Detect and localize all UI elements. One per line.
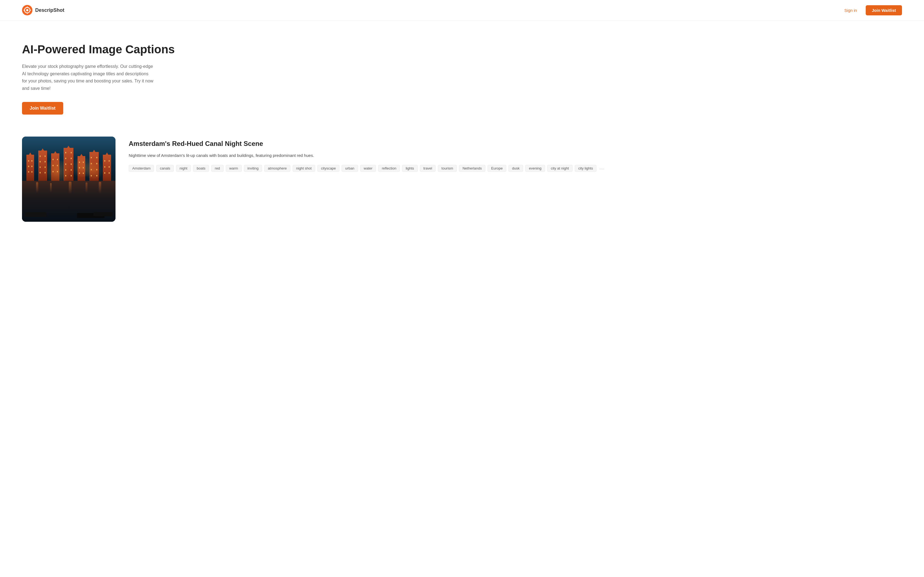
tag: reflection <box>378 165 400 172</box>
reflection-5 <box>99 182 101 193</box>
logo-text: DescripShot <box>35 7 65 13</box>
tag: boats <box>193 165 209 172</box>
join-waitlist-nav-button[interactable]: Join Waitlist <box>866 5 902 15</box>
hero-section: AI-Powered Image Captions Elevate your s… <box>0 21 209 131</box>
tag: lights <box>402 165 417 172</box>
reflection-3 <box>69 182 71 194</box>
reflection-4 <box>86 182 87 193</box>
nav-buttons: Sign in Join Waitlist <box>840 5 902 15</box>
hero-description: Elevate your stock photography game effo… <box>22 63 154 92</box>
boat-1 <box>25 213 47 217</box>
caption-content: Amsterdam's Red-Hued Canal Night Scene N… <box>129 137 902 172</box>
building-1 <box>26 155 34 181</box>
water-layer <box>22 181 115 222</box>
hero-title: AI-Powered Image Captions <box>22 43 187 56</box>
demo-section: Amsterdam's Red-Hued Canal Night Scene N… <box>0 131 924 244</box>
glow-right <box>81 162 106 179</box>
tag: night shot <box>292 165 315 172</box>
tag: dusk <box>509 165 523 172</box>
navbar: DescripShot Sign in Join Waitlist <box>0 0 924 21</box>
tag: evening <box>525 165 545 172</box>
tag: travel <box>420 165 436 172</box>
caption-description: Nighttime view of Amsterdam's lit-up can… <box>129 152 902 159</box>
tag: cityscape <box>317 165 339 172</box>
tag: warm <box>226 165 242 172</box>
logo: DescripShot <box>22 5 65 15</box>
tags-container: Amsterdamcanalsnightboatsredwarminviting… <box>129 165 902 172</box>
glow-left <box>41 160 74 182</box>
demo-image <box>22 137 115 222</box>
tag: city lights <box>575 165 596 172</box>
reflection-2 <box>50 183 52 193</box>
tag: urban <box>342 165 358 172</box>
tag: inviting <box>244 165 262 172</box>
logo-icon <box>22 5 32 15</box>
tag: Netherlands <box>459 165 485 172</box>
tag: Amsterdam <box>129 165 154 172</box>
svg-point-2 <box>26 9 28 11</box>
tags-ellipsis: ..... <box>599 165 605 172</box>
boat-3 <box>94 212 113 216</box>
tag: atmosphere <box>264 165 291 172</box>
tag: red <box>211 165 224 172</box>
tag: night <box>176 165 191 172</box>
tag: tourism <box>438 165 457 172</box>
tag: city at night <box>547 165 573 172</box>
tag: Europe <box>488 165 506 172</box>
tag: canals <box>156 165 174 172</box>
tag: water <box>360 165 376 172</box>
caption-title: Amsterdam's Red-Hued Canal Night Scene <box>129 139 902 148</box>
signin-button[interactable]: Sign in <box>840 6 861 15</box>
hero-join-waitlist-button[interactable]: Join Waitlist <box>22 102 63 114</box>
demo-image-container <box>22 137 115 222</box>
reflection-1 <box>36 182 38 193</box>
